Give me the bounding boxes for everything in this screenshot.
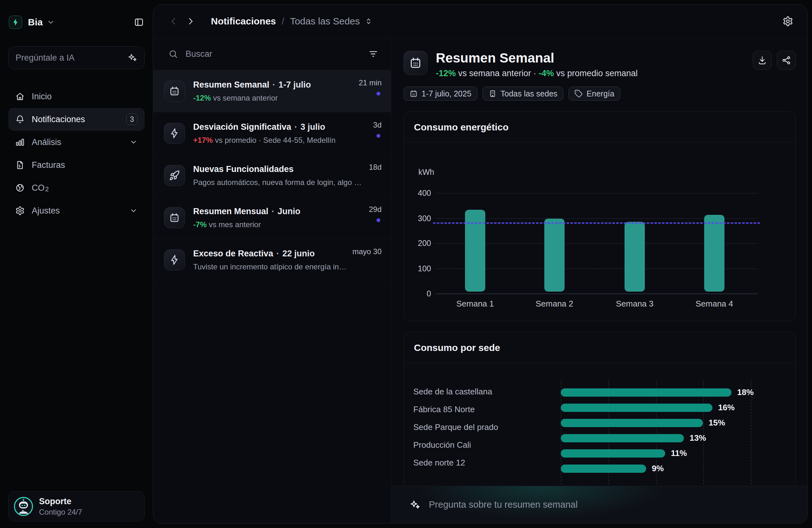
globe-icon xyxy=(15,183,25,192)
x-tick: Semana 3 xyxy=(603,299,666,309)
sidebar-nav: Inicio Notificaciones 3 Análisis Factura… xyxy=(8,85,145,222)
subtitle-text-1: vs semana anterior xyxy=(456,69,531,78)
support-title: Soporte xyxy=(39,497,82,506)
hbar xyxy=(561,388,731,397)
calendar-icon xyxy=(404,51,427,75)
average-line xyxy=(433,223,760,224)
bolt-icon xyxy=(164,123,185,144)
notif-time: 29d xyxy=(369,205,381,214)
sites-chip[interactable]: Todas las sedes xyxy=(482,87,563,101)
brand-name: Bia xyxy=(28,17,43,28)
date-range-chip[interactable]: 1-7 julio, 2025 xyxy=(404,87,477,101)
notification-item-funcionalidades[interactable]: Nuevas Funcionalidades Pagos automáticos… xyxy=(153,155,391,197)
support-robot-avatar xyxy=(14,497,33,516)
share-button[interactable] xyxy=(777,51,796,70)
chat-input-bar[interactable]: Pregunta sobre tu resumen semanal xyxy=(391,486,807,523)
notif-subtext: vs mes anterior xyxy=(207,220,261,229)
subtitle-delta-2: -4% xyxy=(539,69,554,78)
notification-item-resumen-mensual[interactable]: Resumen Mensual·Junio -7% vs mes anterio… xyxy=(153,197,391,239)
app-root: Bia Pregúntale a IA Inicio Notificacione… xyxy=(0,0,812,528)
support-subtitle: Contigo 24/7 xyxy=(39,508,82,517)
y-tick: 400 xyxy=(404,188,431,198)
ask-ai-input[interactable]: Pregúntale a IA xyxy=(8,46,145,69)
sidebar-item-ajustes[interactable]: Ajustes xyxy=(8,199,145,222)
settings-button[interactable] xyxy=(783,16,793,27)
support-card[interactable]: Soporte Contigo 24/7 xyxy=(8,491,145,522)
category-chip[interactable]: Energía xyxy=(568,87,620,101)
history-back-button[interactable] xyxy=(167,16,180,26)
nav-label: CO xyxy=(32,183,45,193)
detail-subtitle: -12% vs semana anterior · -4% vs promedi… xyxy=(436,69,748,79)
nav-label: Análisis xyxy=(32,138,61,147)
sidebar-item-co2[interactable]: CO2 xyxy=(8,176,145,199)
site-label: Producción Cali xyxy=(413,440,471,450)
sidebar-item-notificaciones[interactable]: Notificaciones 3 xyxy=(8,108,145,131)
notif-subtext: Pagos automáticos, nueva forma de login,… xyxy=(193,178,363,187)
site-value: 16% xyxy=(718,403,735,413)
bar-chart-icon xyxy=(15,138,25,147)
calendar-icon xyxy=(164,207,185,228)
nav-label: Facturas xyxy=(32,160,65,170)
vbar xyxy=(465,210,485,291)
unread-dot xyxy=(377,92,380,96)
y-tick: 300 xyxy=(404,214,431,223)
gear-icon xyxy=(15,206,25,215)
notif-date: 3 julio xyxy=(300,122,325,132)
panel-left-icon xyxy=(134,17,144,27)
tag-icon xyxy=(575,89,583,98)
search-input[interactable]: Buscar xyxy=(186,49,368,59)
chip-label: Energía xyxy=(586,89,614,98)
sidebar-item-facturas[interactable]: Facturas xyxy=(8,154,145,176)
brand-logo[interactable] xyxy=(9,16,22,29)
notification-item-exceso-reactiva[interactable]: Exceso de Reactiva·22 junio Tuviste un i… xyxy=(153,239,391,281)
notif-title: Desviación Significativa xyxy=(193,122,291,132)
notif-title: Resumen Semanal xyxy=(193,80,269,89)
chat-input-placeholder: Pregunta sobre tu resumen semanal xyxy=(429,499,578,510)
filter-button[interactable] xyxy=(368,49,378,59)
x-tick: Semana 4 xyxy=(683,299,746,309)
notif-separator: · xyxy=(272,206,274,216)
notification-item-desviacion[interactable]: Desviación Significativa·3 julio +17% vs… xyxy=(153,112,391,155)
unread-dot xyxy=(377,218,380,222)
download-icon xyxy=(757,56,767,65)
notif-date: 1-7 julio xyxy=(278,80,311,89)
sidebar-collapse-button[interactable] xyxy=(134,17,144,27)
notification-item-resumen-semanal[interactable]: Resumen Semanal·1-7 julio -12% vs semana… xyxy=(153,70,391,112)
site-value: 9% xyxy=(652,463,664,473)
divider xyxy=(404,363,796,363)
y-tick: 200 xyxy=(404,239,431,248)
brand-menu-toggle[interactable] xyxy=(47,18,55,26)
breadcrumb-scope-selector[interactable]: Todas las Sedes xyxy=(290,16,360,27)
notif-title: Nuevas Funcionalidades xyxy=(193,165,294,174)
notification-list-panel: Buscar Resumen Semanal·1-7 julio -12% vs… xyxy=(153,38,391,523)
sparkles-icon xyxy=(409,499,421,511)
share-icon xyxy=(782,56,791,65)
notifications-count-badge: 3 xyxy=(126,114,137,125)
sidebar-item-inicio[interactable]: Inicio xyxy=(8,85,145,108)
chevron-down-icon xyxy=(129,138,137,146)
hbar xyxy=(561,404,712,412)
history-forward-button[interactable] xyxy=(184,16,197,26)
energy-consumption-card: Consumo energético kWh 400 300 200 xyxy=(404,111,796,321)
main-panel: Notificaciones / Todas las Sedes Buscar … xyxy=(153,4,808,524)
energy-bar-chart: kWh 400 300 200 100 0 xyxy=(404,143,796,321)
notif-title: Exceso de Reactiva xyxy=(193,249,273,258)
nav-label: Inicio xyxy=(32,92,52,102)
vbar xyxy=(625,222,645,291)
chevron-down-icon xyxy=(129,206,137,215)
invoice-icon xyxy=(15,160,25,170)
building-icon xyxy=(489,89,497,98)
sidebar-item-analisis[interactable]: Análisis xyxy=(8,131,145,154)
search-icon xyxy=(169,49,178,59)
notif-separator: · xyxy=(276,249,279,258)
hbar xyxy=(561,419,703,427)
chevrons-up-down-icon[interactable] xyxy=(364,17,373,25)
notif-date: 22 junio xyxy=(282,249,315,258)
detail-title: Resumen Semanal xyxy=(436,51,748,66)
sidebar: Bia Pregúntale a IA Inicio Notificacione… xyxy=(0,0,153,528)
notif-time: mayo 30 xyxy=(352,247,381,256)
home-icon xyxy=(15,92,25,101)
download-button[interactable] xyxy=(753,51,772,70)
site-label: Sede Parque del prado xyxy=(413,422,498,432)
hbar xyxy=(561,449,665,458)
